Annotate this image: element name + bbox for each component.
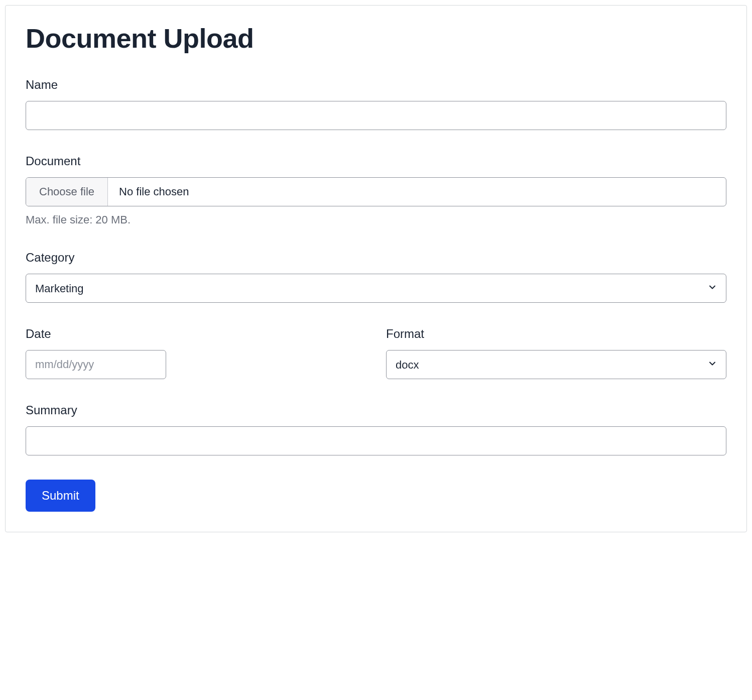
document-label: Document	[26, 154, 726, 168]
page-title: Document Upload	[26, 23, 726, 54]
name-label: Name	[26, 78, 726, 92]
category-label: Category	[26, 251, 726, 265]
name-field: Name	[26, 78, 726, 130]
summary-field: Summary	[26, 403, 726, 455]
file-size-hint: Max. file size: 20 MB.	[26, 213, 726, 226]
format-label: Format	[386, 327, 726, 341]
upload-form-container: Document Upload Name Document Choose fil…	[5, 5, 747, 532]
name-input[interactable]	[26, 101, 726, 130]
date-label: Date	[26, 327, 366, 341]
category-select[interactable]: Marketing	[26, 274, 726, 303]
format-select-wrapper: docx	[386, 350, 726, 379]
choose-file-button[interactable]: Choose file	[26, 178, 108, 206]
format-field: Format docx	[386, 327, 726, 379]
file-status-text: No file chosen	[108, 178, 200, 206]
date-field: Date	[26, 327, 366, 379]
document-field: Document Choose file No file chosen Max.…	[26, 154, 726, 226]
format-select[interactable]: docx	[386, 350, 726, 379]
summary-input[interactable]	[26, 426, 726, 455]
category-field: Category Marketing	[26, 251, 726, 303]
date-format-row: Date Format docx	[26, 327, 726, 379]
category-select-wrapper: Marketing	[26, 274, 726, 303]
summary-label: Summary	[26, 403, 726, 417]
submit-button[interactable]: Submit	[26, 480, 95, 512]
file-input-wrapper: Choose file No file chosen	[26, 177, 726, 206]
date-input[interactable]	[26, 350, 166, 379]
